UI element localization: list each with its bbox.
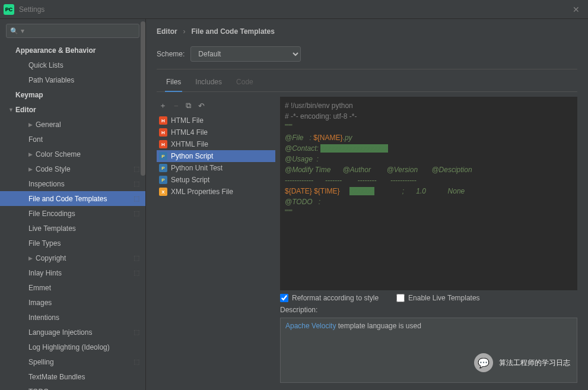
velocity-link[interactable]: Apache Velocity: [285, 322, 336, 330]
sidebar-item[interactable]: File and Code Templates⬚: [0, 191, 145, 206]
sidebar-item[interactable]: Live Templates: [0, 221, 145, 236]
template-toolbar: ＋ − ⧉ ↶: [157, 97, 275, 115]
sidebar-item[interactable]: ▶Color Scheme: [0, 147, 145, 161]
sidebar-item[interactable]: Images: [0, 295, 145, 310]
sidebar-item[interactable]: Path Variables: [0, 72, 145, 87]
sidebar-scrollbar[interactable]: [140, 19, 146, 209]
sidebar-item[interactable]: Inlay Hints⬚: [0, 265, 145, 280]
content-pane: Editor › File and Code Templates Scheme:…: [146, 19, 588, 390]
reformat-checkbox[interactable]: Reformat according to style: [280, 294, 379, 302]
template-item[interactable]: XXML Properties File: [157, 186, 275, 198]
tab[interactable]: Files: [165, 74, 182, 92]
sidebar-item[interactable]: Intentions: [0, 310, 145, 325]
sidebar-item[interactable]: Quick Lists: [0, 58, 145, 72]
template-label: XHTML File: [171, 140, 208, 148]
sidebar-item-label: Log Highlighting (Ideolog): [28, 343, 110, 351]
sidebar-item[interactable]: ▶Copyright⬚: [0, 251, 145, 265]
sidebar-item-label: Live Templates: [28, 224, 76, 233]
template-label: HTML File: [171, 116, 204, 125]
reformat-label: Reformat according to style: [292, 294, 379, 302]
scope-icon: ⬚: [134, 180, 139, 188]
sidebar-item[interactable]: ▼Editor: [0, 102, 145, 117]
tab: Code: [235, 74, 255, 91]
template-item[interactable]: PPython Script: [157, 150, 275, 162]
expand-arrow-icon: ▶: [28, 255, 36, 261]
template-label: HTML4 File: [171, 128, 208, 137]
close-icon[interactable]: ✕: [568, 2, 584, 17]
template-item[interactable]: HHTML File: [157, 115, 275, 126]
template-item[interactable]: PSetup Script: [157, 174, 275, 186]
titlebar: PC Settings ✕: [0, 0, 588, 19]
search-input[interactable]: 🔍 ▾: [6, 24, 139, 38]
file-type-icon: H: [159, 140, 167, 148]
sidebar-item[interactable]: File Encodings⬚: [0, 206, 145, 221]
sidebar-item-label: Inlay Hints: [28, 269, 62, 277]
sidebar-item[interactable]: Inspections⬚: [0, 176, 145, 191]
breadcrumb: Editor › File and Code Templates: [157, 26, 577, 36]
sidebar-item[interactable]: Font: [0, 132, 145, 147]
tab[interactable]: Includes: [194, 74, 223, 91]
file-type-icon: X: [159, 188, 167, 196]
description-box: Apache Velocity template language is use…: [280, 318, 577, 383]
scope-icon: ⬚: [134, 195, 139, 202]
sidebar-item-label: TODO: [28, 388, 49, 391]
sidebar-item-label: Code Style: [36, 165, 71, 173]
template-editor[interactable]: # !/usr/bin/env python # -*- encoding: u…: [280, 97, 577, 290]
expand-arrow-icon: ▶: [28, 166, 36, 172]
scheme-select[interactable]: Default: [190, 46, 301, 62]
expand-arrow-icon: ▶: [28, 151, 36, 157]
scope-icon: ⬚: [134, 210, 139, 217]
sidebar-item-label: Quick Lists: [28, 61, 63, 69]
breadcrumb-root[interactable]: Editor: [157, 27, 177, 36]
template-label: Python Unit Test: [171, 164, 223, 172]
copy-icon[interactable]: ⧉: [186, 101, 191, 110]
sidebar-item[interactable]: Log Highlighting (Ideolog): [0, 340, 145, 354]
sidebar-item-label: Appearance & Behavior: [15, 46, 96, 55]
file-type-icon: H: [159, 128, 167, 137]
search-caret: ▾: [21, 27, 24, 35]
sidebar-item-label: Intentions: [28, 313, 59, 322]
sidebar-item-label: General: [36, 121, 61, 129]
template-item[interactable]: HHTML4 File: [157, 126, 275, 138]
scheme-label: Scheme:: [157, 50, 185, 58]
sidebar-item[interactable]: Spelling⬚: [0, 354, 145, 369]
sidebar-item-label: File Types: [28, 239, 61, 248]
sidebar-item[interactable]: TextMate Bundles: [0, 369, 145, 384]
scope-icon: ⬚: [134, 358, 139, 366]
tab-bar: FilesIncludesCode: [157, 74, 577, 92]
breadcrumb-separator: ›: [183, 27, 186, 36]
sidebar-item-label: Emmet: [28, 284, 51, 292]
live-templates-checkbox[interactable]: Enable Live Templates: [396, 294, 480, 302]
template-list: HHTML FileHHTML4 FileHXHTML FilePPython …: [157, 115, 275, 383]
add-icon[interactable]: ＋: [159, 100, 167, 111]
description-text: template language is used: [336, 322, 421, 330]
file-type-icon: P: [159, 164, 167, 172]
divider: [157, 69, 577, 69]
sidebar-item-label: TextMate Bundles: [28, 373, 85, 381]
description-label: Description:: [280, 306, 577, 314]
breadcrumb-leaf: File and Code Templates: [191, 27, 274, 36]
sidebar-item-label: Spelling: [28, 358, 54, 366]
sidebar-item[interactable]: Emmet: [0, 280, 145, 295]
sidebar-item-label: Language Injections: [28, 328, 92, 337]
live-checkbox-input[interactable]: [396, 294, 405, 302]
sidebar-item[interactable]: Appearance & Behavior: [0, 43, 145, 58]
sidebar-item-label: Keymap: [15, 91, 43, 99]
reformat-checkbox-input[interactable]: [280, 294, 288, 302]
template-item[interactable]: HXHTML File: [157, 138, 275, 150]
scope-icon: ⬚: [134, 254, 139, 262]
template-item[interactable]: PPython Unit Test: [157, 162, 275, 174]
revert-icon[interactable]: ↶: [198, 102, 205, 110]
sidebar-item[interactable]: Keymap: [0, 87, 145, 102]
sidebar-item[interactable]: TODO: [0, 384, 145, 390]
remove-icon[interactable]: −: [174, 102, 179, 110]
sidebar-item[interactable]: File Types: [0, 236, 145, 251]
live-label: Enable Live Templates: [408, 294, 480, 302]
scrollbar-thumb[interactable]: [141, 21, 145, 176]
scope-icon: ⬚: [134, 328, 139, 336]
sidebar-item-label: File Encodings: [28, 210, 75, 218]
sidebar-item[interactable]: Language Injections⬚: [0, 325, 145, 340]
sidebar-item[interactable]: ▶Code Style⬚: [0, 161, 145, 176]
settings-sidebar: 🔍 ▾ Appearance & BehaviorQuick ListsPath…: [0, 19, 146, 390]
sidebar-item[interactable]: ▶General: [0, 117, 145, 132]
